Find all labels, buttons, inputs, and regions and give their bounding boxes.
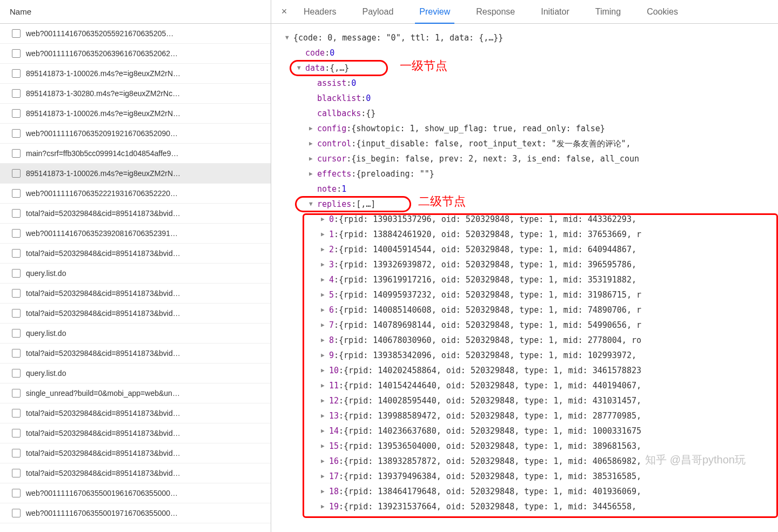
file-icon [12,189,21,198]
file-icon [12,129,21,138]
file-icon [12,369,21,378]
devtools-root: Name web?00111416706352055921670635205…w… [0,0,778,532]
tab-response[interactable]: Response [472,0,519,24]
json-value: 0 [351,76,356,91]
detail-tab-bar: × HeadersPayloadPreviewResponseInitiator… [271,0,778,24]
json-key: effects [317,166,351,181]
request-name: 895141873-1-100026.m4s?e=ig8euxZM2rN… [26,109,180,118]
request-name: web?001111167063522219316706352220… [26,189,178,198]
json-key: config [317,121,346,136]
request-name: total?aid=520329848&cid=895141873&bvid… [26,429,180,437]
request-name: total?aid=520329848&cid=895141873&bvid… [26,409,180,417]
request-row[interactable]: total?aid=520329848&cid=895141873&bvid… [0,463,271,483]
request-row[interactable]: web?001111167063550019616706355000… [0,483,271,503]
expand-arrow-icon[interactable] [309,136,316,151]
tab-cookies[interactable]: Cookies [642,0,682,24]
annotation-label-level2: 二级节点 [418,194,466,209]
file-icon [12,149,21,158]
tab-preview[interactable]: Preview [415,0,454,24]
name-column-header[interactable]: Name [0,0,271,24]
json-key: assist [317,76,346,91]
close-icon[interactable]: × [279,6,290,17]
json-key: cursor [317,151,346,166]
request-row[interactable]: total?aid=520329848&cid=895141873&bvid… [0,344,271,363]
json-value: {} [366,106,375,121]
tab-initiator[interactable]: Initiator [536,0,573,24]
tab-timing[interactable]: Timing [591,0,625,24]
json-key: code [305,45,325,60]
annotation-label-level1: 一级节点 [400,58,447,73]
request-name: 895141873-1-30280.m4s?e=ig8euxZM2rNc… [26,89,180,98]
expand-arrow-icon[interactable] [285,30,292,45]
tab-payload[interactable]: Payload [358,0,398,24]
request-name: total?aid=520329848&cid=895141873&bvid… [26,349,180,358]
json-key: blacklist [317,91,361,106]
file-icon [12,349,21,358]
json-value: 0 [330,45,334,60]
request-row[interactable]: web?00111416706352055921670635205… [0,24,271,44]
request-row[interactable]: web?001111167063520639616706352062… [0,44,271,64]
json-value: {preloading: ""} [356,166,434,181]
file-icon [12,409,21,417]
json-key: callbacks [317,106,361,121]
request-row[interactable]: total?aid=520329848&cid=895141873&bvid… [0,443,271,463]
request-name: query.list.do [26,369,66,378]
request-row[interactable]: main?csrf=ffb30b5cc099914c1d04854affe9… [0,144,271,164]
annotation-box-data [290,60,388,76]
file-icon [12,229,21,238]
json-value: {is_begin: false, prev: 2, next: 3, is_e… [351,151,639,166]
file-icon [12,309,21,318]
request-name: main?csrf=ffb30b5cc099914c1d04854affe9… [26,149,178,158]
file-icon [12,269,21,278]
request-name: total?aid=520329848&cid=895141873&bvid… [26,449,180,457]
request-row[interactable]: query.list.do [0,324,271,344]
file-icon [12,509,21,517]
request-row[interactable]: 895141873-1-30280.m4s?e=ig8euxZM2rNc… [0,84,271,104]
request-row[interactable]: total?aid=520329848&cid=895141873&bvid… [0,304,271,324]
request-row[interactable]: 895141873-1-100026.m4s?e=ig8euxZM2rN… [0,104,271,124]
request-row[interactable]: total?aid=520329848&cid=895141873&bvid… [0,284,271,304]
json-key: note [317,181,337,197]
request-name: 895141873-1-100026.m4s?e=ig8euxZM2rN… [26,169,180,178]
request-row[interactable]: web?001114167063523920816706352391… [0,224,271,244]
expand-arrow-icon[interactable] [309,151,316,166]
request-name: web?001114167063523920816706352391… [26,229,178,238]
request-name: web?00111416706352055921670635205… [26,29,173,38]
request-row[interactable]: total?aid=520329848&cid=895141873&bvid… [0,423,271,443]
tab-headers[interactable]: Headers [299,0,340,24]
json-root-summary: {code: 0, message: "0", ttl: 1, data: {,… [293,30,503,45]
request-row[interactable]: web?001111167063550019716706355000… [0,503,271,523]
json-preview[interactable]: 一级节点 二级节点 {code: 0, message: "0", ttl: 1… [271,24,778,532]
json-value: {input_disable: false, root_input_text: … [356,136,631,151]
file-icon [12,89,21,98]
file-icon [12,389,21,398]
request-row[interactable]: query.list.do [0,264,271,284]
request-row[interactable]: single_unread?build=0&mobi_app=web&un… [0,383,271,403]
request-name: total?aid=520329848&cid=895141873&bvid… [26,289,180,298]
expand-arrow-icon[interactable] [309,121,316,136]
request-list[interactable]: web?00111416706352055921670635205…web?00… [0,24,271,532]
file-icon [12,449,21,457]
request-row[interactable]: web?001111167063522219316706352220… [0,184,271,204]
file-icon [12,69,21,78]
request-row[interactable]: 895141873-1-100026.m4s?e=ig8euxZM2rN… [0,64,271,84]
request-name: web?001111167063520919216706352090… [26,129,178,138]
json-value: {showtopic: 1, show_up_flag: true, read_… [351,121,605,136]
network-requests-panel: Name web?00111416706352055921670635205…w… [0,0,271,532]
request-name: total?aid=520329848&cid=895141873&bvid… [26,209,180,218]
request-row[interactable]: total?aid=520329848&cid=895141873&bvid… [0,403,271,423]
file-icon [12,109,21,118]
request-row[interactable]: total?aid=520329848&cid=895141873&bvid… [0,244,271,264]
file-icon [12,469,21,477]
request-row[interactable]: web?001111167063520919216706352090… [0,124,271,144]
request-row[interactable]: total?aid=520329848&cid=895141873&bvid… [0,204,271,224]
expand-arrow-icon[interactable] [309,166,316,181]
file-icon [12,289,21,298]
request-name: single_unread?build=0&mobi_app=web&un… [26,389,180,398]
file-icon [12,209,21,218]
json-value: 0 [366,91,371,106]
request-row[interactable]: query.list.do [0,363,271,383]
request-name: web?001111167063550019716706355000… [26,509,178,517]
request-row[interactable]: 895141873-1-100026.m4s?e=ig8euxZM2rN… [0,164,271,184]
request-name: total?aid=520329848&cid=895141873&bvid… [26,309,180,318]
